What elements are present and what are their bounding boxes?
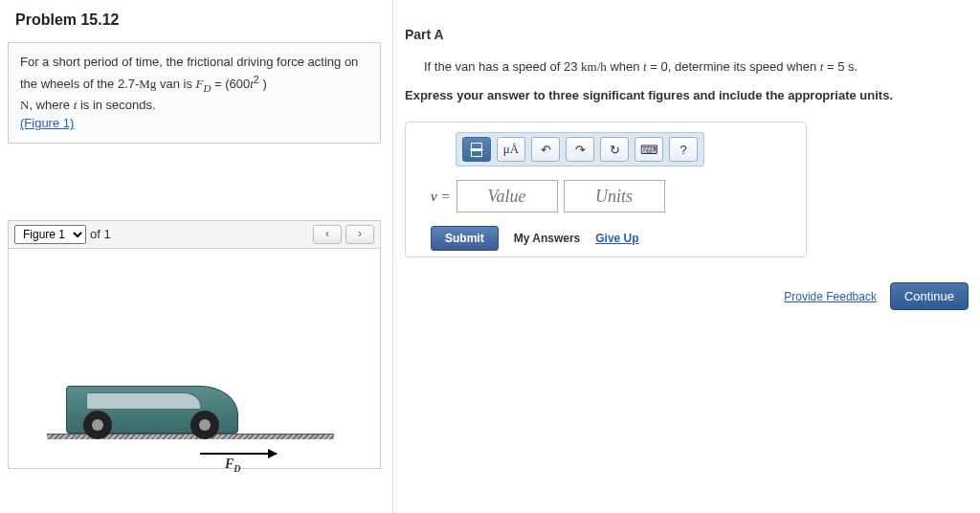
question-text: If the van has a speed of 23 km/h when t… <box>424 57 969 77</box>
q-eq5: = 5 s. <box>823 59 858 74</box>
figure-next-button[interactable]: › <box>345 225 374 244</box>
unit-n: N <box>20 98 29 112</box>
variable-label: v = <box>431 189 451 205</box>
var-fd: F <box>196 77 204 91</box>
part-a-heading: Part A <box>405 27 969 42</box>
my-answers-link[interactable]: My Answers <box>514 232 581 245</box>
line2-rest: , where <box>29 98 73 112</box>
reset-button[interactable]: ↻ <box>600 137 629 162</box>
special-chars-button[interactable]: μÅ <box>497 137 525 162</box>
provide-feedback-link[interactable]: Provide Feedback <box>784 290 877 303</box>
value-input[interactable] <box>457 180 558 212</box>
unit-mg: Mg <box>139 77 156 91</box>
help-button[interactable]: ? <box>669 137 698 162</box>
units-input[interactable] <box>564 180 665 212</box>
instruction-text: Express your answer to three significant… <box>405 86 969 105</box>
q-eq0: = 0, determine its speed when <box>647 59 820 74</box>
formula-toolbar: μÅ ↶ ↷ ↻ ⌨ ? <box>456 132 704 167</box>
continue-button[interactable]: Continue <box>890 282 969 310</box>
force-arrow <box>200 453 277 455</box>
force-label: FD <box>225 457 241 474</box>
undo-button[interactable]: ↶ <box>531 137 560 162</box>
problem-title: Problem 15.12 <box>15 11 381 29</box>
keyboard-button[interactable]: ⌨ <box>635 137 663 162</box>
submit-button[interactable]: Submit <box>431 226 499 251</box>
fraction-button[interactable] <box>462 137 491 162</box>
redo-button[interactable]: ↷ <box>566 137 594 162</box>
eq-mid: = (600 <box>211 77 250 91</box>
desc-mid: van is <box>156 77 195 91</box>
eq-end: ) <box>259 77 267 91</box>
van-illustration <box>66 386 238 434</box>
figure-image: FD <box>8 249 381 469</box>
figure-select[interactable]: Figure 1 <box>14 225 86 244</box>
figure-prev-button[interactable]: ‹ <box>313 225 342 244</box>
give-up-link[interactable]: Give Up <box>595 232 638 245</box>
q-mid: when <box>607 59 643 74</box>
answer-panel: μÅ ↶ ↷ ↻ ⌨ ? v = Submit My Answers Give … <box>405 122 807 257</box>
q-unit: km/h <box>581 59 607 74</box>
line2-end: is in seconds. <box>77 98 155 112</box>
figure-toolbar: Figure 1 of 1 ‹ › <box>8 220 381 249</box>
figure-of: of 1 <box>90 227 111 241</box>
q-pre: If the van has a speed of 23 <box>424 59 581 74</box>
problem-description: For a short period of time, the friction… <box>8 42 381 144</box>
figure-link[interactable]: (Figure 1) <box>20 116 74 130</box>
